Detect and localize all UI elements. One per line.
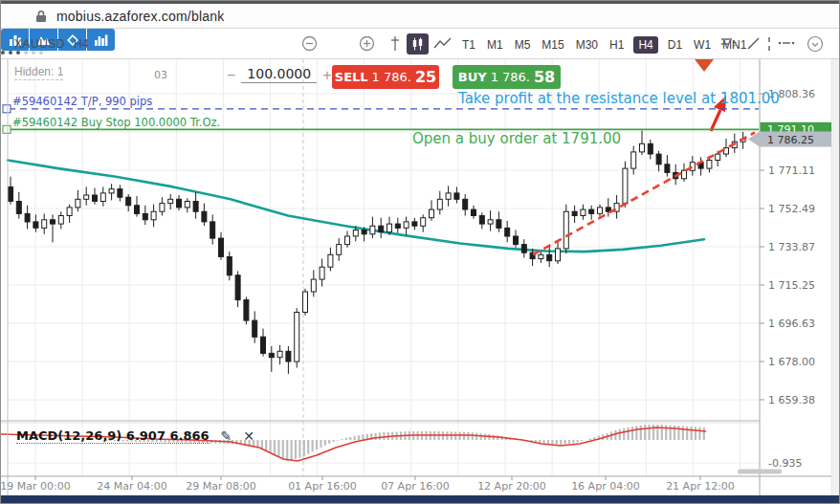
price-tick-label: 1 696.63 [768, 318, 815, 330]
price-axis-panel [760, 58, 831, 495]
time-tick-label: 24 Mar 04:00 [97, 480, 166, 493]
timeframe-H4[interactable]: H4 [633, 36, 657, 54]
crosshair-icon[interactable] [388, 35, 402, 52]
trading-app-window: mobius.azaforex.com/blank XAUUSD H4 [0, 0, 840, 504]
current-price-pointer [748, 132, 831, 147]
buy-button[interactable]: BUY 1 786.58 [453, 65, 561, 89]
browser-address-bar[interactable]: mobius.azaforex.com/blank [1, 4, 839, 29]
close-icon[interactable]: ✕ [243, 428, 254, 444]
buy-price: 1 786. [491, 70, 530, 84]
timeframe-M15[interactable]: M15 [540, 36, 565, 54]
more-tools-icon[interactable] [807, 35, 824, 53]
candles-mode-icon[interactable] [407, 33, 429, 55]
time-tick-label: 12 Apr 20:00 [477, 480, 546, 493]
url-text[interactable]: mobius.azaforex.com/blank [56, 9, 224, 24]
timeframe-selector: T1M1M5M15M30H1H4D1W1MN1 [460, 36, 748, 54]
order-price-badge [761, 122, 832, 137]
macd-label[interactable]: MACD(12,26,9) 6.907 6.866 [16, 428, 210, 444]
volume-stepper: − 100.0000 + [227, 66, 332, 83]
horizontal-scrollbar-thumb[interactable] [738, 470, 782, 474]
counter-badge: 03 [154, 69, 167, 81]
macd-tick-label: -0.935 [768, 457, 802, 470]
trendline[interactable] [533, 133, 755, 255]
buy-label: BUY [458, 70, 487, 84]
sell-label: SELL [335, 70, 368, 84]
buy-stop-line-label[interactable]: #59460142 Buy Stop 100.0000 Tr.Oz. [12, 116, 220, 129]
horizontal-line-tool-icon[interactable] [778, 38, 795, 48]
buy-stop-handle[interactable] [3, 125, 11, 133]
timeframe-M30[interactable]: M30 [574, 36, 600, 54]
timeframe-M1[interactable]: M1 [485, 36, 505, 54]
sell-price: 1 786. [372, 70, 411, 84]
timeframe-D1[interactable]: D1 [666, 36, 684, 54]
price-tick-label: 1 715.25 [768, 279, 815, 292]
price-tick-label: 1 771.11 [768, 164, 815, 177]
take-profit-handle[interactable] [3, 105, 11, 113]
symbol-label[interactable]: XAUUSD [14, 37, 65, 51]
edit-icon[interactable]: ✎ [221, 428, 232, 444]
price-tick-label: 1 733.87 [768, 241, 815, 253]
volume-input[interactable]: 100.0000 [241, 66, 317, 83]
time-tick-label: 01 Apr 16:00 [288, 480, 357, 493]
period-label[interactable]: H4 [74, 37, 88, 51]
order-price-badge-label: 1 791.10 [767, 123, 814, 136]
macd-indicator-header: MACD(12,26,9) 6.907 6.866 ✎ ✕ [16, 428, 254, 444]
zoom-in-icon[interactable] [359, 35, 375, 52]
up-arrow-icon [711, 110, 720, 131]
timeframe-T1[interactable]: T1 [460, 36, 477, 54]
lock-icon [35, 10, 47, 23]
volume-increase-button[interactable]: + [322, 68, 331, 83]
price-tick-label: 1 678.00 [768, 356, 815, 368]
timeframe-M5[interactable]: M5 [513, 36, 533, 54]
right-scrollbar-track[interactable] [831, 58, 840, 495]
trendline-tool-icon[interactable] [746, 36, 761, 51]
price-tick-label: 1 659.38 [768, 394, 815, 406]
chart-toolbar: XAUUSD H4 [1, 29, 839, 59]
candles-layer [9, 130, 746, 374]
svg-text:F: F [732, 41, 737, 51]
line-mode-icon[interactable] [433, 37, 453, 51]
time-tick-label: 19 Mar 00:00 [1, 480, 71, 493]
timeframe-H1[interactable]: H1 [608, 36, 626, 54]
time-tick-label: 29 Mar 08:00 [186, 480, 255, 493]
take-profit-annotation: Take profit at the resistance level at 1… [458, 90, 780, 107]
hidden-orders-link[interactable]: Hidden: 1 [14, 65, 63, 80]
bottom-window-bar [1, 495, 840, 504]
time-tick-label: 07 Apr 16:00 [381, 480, 450, 493]
buy-price-frac: 58 [534, 68, 555, 86]
time-tick-label: 16 Apr 04:00 [571, 480, 640, 493]
price-tick-label: 1 752.49 [768, 203, 815, 215]
buy-order-annotation: Open a buy order at 1791.00 [412, 130, 621, 147]
current-price-label: 1 786.25 [767, 134, 814, 146]
timeframe-W1[interactable]: W1 [692, 36, 713, 54]
vertical-line-tool-icon[interactable] [766, 36, 772, 52]
moving-average-line [8, 161, 704, 252]
sell-price-frac: 25 [415, 68, 436, 86]
take-profit-line-label[interactable]: #59460142 T/P, 990 pips [12, 95, 152, 108]
columns-icon[interactable] [87, 29, 115, 51]
sell-button[interactable]: SELL 1 786.25 [332, 65, 439, 89]
zoom-out-icon[interactable] [301, 35, 318, 52]
volume-decrease-button[interactable]: − [227, 68, 235, 83]
indicators-icon[interactable]: F [720, 36, 740, 51]
time-tick-label: 21 Apr 12:00 [666, 480, 735, 493]
